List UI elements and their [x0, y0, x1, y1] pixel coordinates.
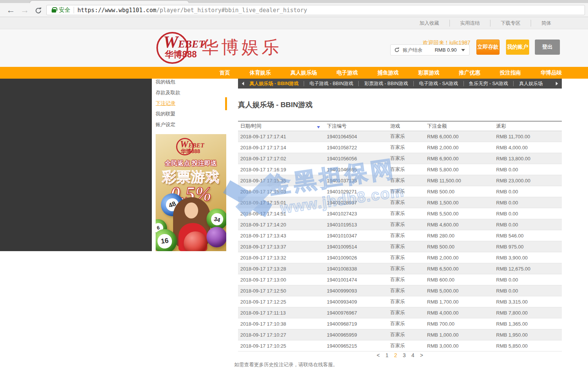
- nav-item[interactable]: 首页: [219, 70, 230, 76]
- bet-history-table: 日期/时间 下注编号 游戏 下注金额 派彩 2018-09-17 17:17:4…: [238, 121, 562, 351]
- nav-item[interactable]: 推广优惠: [459, 70, 480, 76]
- lock-icon: [52, 9, 56, 13]
- cell-payout: RMB 1,365.00: [494, 321, 562, 327]
- subnav-tab[interactable]: 电子游戏 - SA游戏: [413, 81, 463, 86]
- page-gutter: [0, 79, 152, 251]
- cell-payout: RMB 12,675.00: [494, 266, 562, 272]
- cell-payout: RMB 0.00: [494, 288, 562, 294]
- table-row: 2018-09-17 17:10:38 19400968719 百家乐 RMB …: [238, 318, 562, 329]
- nav-item[interactable]: 电子游戏: [337, 70, 358, 76]
- banner-logo-brand: WEBET: [180, 139, 204, 149]
- address-bar[interactable]: 安全 https://www.wbg1101.com/player/bet_hi…: [46, 5, 585, 15]
- page-number[interactable]: 1: [385, 352, 388, 358]
- cell-bet-no: 19401037135: [325, 178, 388, 184]
- cell-amount: RMB 6,000.00: [425, 134, 494, 139]
- subnav-scroll-right-icon[interactable]: [556, 82, 558, 85]
- sidebar-item[interactable]: 我的钱包: [156, 77, 226, 87]
- sidebar-item[interactable]: 存款及取款: [156, 87, 226, 98]
- cell-amount: RMB 700.00: [425, 321, 494, 327]
- back-icon[interactable]: ←: [5, 4, 16, 16]
- cell-game: 百家乐: [388, 309, 425, 316]
- cell-amount: RMB 280.00: [425, 233, 494, 239]
- cell-bet-no: 19400976967: [325, 310, 388, 316]
- table-row: 2018-09-17 17:13:37 19401009514 百家乐 RMB …: [238, 241, 562, 252]
- subnav-tab[interactable]: 鱼乐无穷 - SA游戏: [463, 81, 514, 86]
- cell-payout: RMB 11,700.00: [494, 134, 562, 139]
- reload-icon[interactable]: [33, 6, 44, 17]
- table-row: 2018-09-17 17:16:19 19401046695 百家乐 RMB …: [238, 164, 562, 175]
- refresh-balance-icon[interactable]: [394, 47, 400, 53]
- page-number[interactable]: 3: [403, 352, 406, 358]
- subnav-tab[interactable]: 彩票游戏 - BBIN游戏: [358, 81, 413, 86]
- cell-payout: RMB 23,000.00: [494, 178, 562, 184]
- page-prev[interactable]: <: [377, 352, 380, 358]
- balance-dropdown[interactable]: 账户结余 RMB 0.90: [390, 44, 470, 55]
- forward-icon[interactable]: →: [19, 4, 30, 16]
- utility-link[interactable]: 实用连结: [449, 20, 490, 27]
- balance-label: 账户结余: [403, 47, 422, 54]
- site-logo[interactable]: WEBET 华博888 华博娱乐: [155, 30, 280, 66]
- utility-link[interactable]: 下载专区: [490, 20, 531, 27]
- cell-amount: RMB 2,000.00: [425, 255, 494, 261]
- page-title: 真人娱乐场 - BBIN游戏: [238, 100, 312, 110]
- table-body: 2018-09-17 17:17:41 19401064504 百家乐 RMB …: [238, 131, 562, 351]
- ball-number: 34: [210, 212, 224, 226]
- sidebar-item[interactable]: 我的联盟: [156, 109, 226, 119]
- nav-item[interactable]: 彩票游戏: [418, 70, 440, 76]
- nav-item[interactable]: 华博品味: [541, 70, 562, 76]
- subnav-tab[interactable]: 真人娱乐场: [513, 81, 545, 86]
- site-name: 华博娱乐: [201, 36, 282, 59]
- browser-toolbar: ← → 安全 https://www.wbg1101.com/player/be…: [0, 3, 588, 17]
- main-nav-items: 首页体育娱乐真人娱乐场电子游戏捕鱼游戏彩票游戏推广优惠投注指南华博品味: [219, 67, 562, 79]
- table-row: 2018-09-17 17:11:13 19400976967 百家乐 RMB …: [238, 307, 562, 318]
- nav-item[interactable]: 体育娱乐: [250, 70, 271, 76]
- page-number[interactable]: 4: [411, 352, 415, 358]
- table-row: 2018-09-17 17:12:25 19400993409 百家乐 RMB …: [238, 296, 562, 307]
- utility-link[interactable]: 加入收藏: [409, 20, 449, 27]
- cell-bet-no: 19401064504: [325, 134, 388, 139]
- subnav-tabs: 真人娱乐场 - BBIN游戏电子游戏 - BBIN游戏彩票游戏 - BBIN游戏…: [244, 81, 545, 86]
- my-account-button[interactable]: 我的账户: [506, 40, 529, 55]
- subnav-tab[interactable]: 电子游戏 - BBIN游戏: [304, 81, 358, 86]
- chevron-down-icon[interactable]: [461, 49, 465, 51]
- cell-game: 百家乐: [388, 320, 425, 327]
- cell-bet-no: 19401009026: [325, 255, 388, 261]
- table-row: 2018-09-17 17:13:28 19401008338 百家乐 RMB …: [238, 263, 562, 274]
- cell-game: 百家乐: [388, 287, 425, 294]
- utility-link[interactable]: 简体: [531, 20, 561, 27]
- table-row: 2018-09-17 17:15:01 19401028937 百家乐 RMB …: [238, 197, 562, 208]
- promo-banner[interactable]: WEBET 华博888 全民返点 投注即送 彩票游戏 0.5% 48 34 6 …: [156, 134, 226, 251]
- url-path: /player/bet_history#bbin_live_dealer_his…: [156, 7, 307, 14]
- logout-button[interactable]: 登出: [535, 40, 560, 55]
- sidebar-item[interactable]: 下注记录: [156, 98, 226, 109]
- cell-bet-no: 19401028937: [325, 200, 388, 206]
- cell-amount: RMB 1,000.00: [425, 332, 494, 338]
- nav-item[interactable]: 真人娱乐场: [290, 70, 317, 76]
- cell-bet-no: 19401001474: [325, 277, 388, 283]
- cell-game: 百家乐: [388, 210, 425, 217]
- table-row: 2018-09-17 17:12:50 19400999093 百家乐 RMB …: [238, 285, 562, 296]
- deposit-button[interactable]: 立即存款: [476, 40, 500, 55]
- cell-amount: RMB 5,800.00: [425, 167, 494, 172]
- table-row: 2018-09-17 17:14:20 19401019513 百家乐 RMB …: [238, 219, 562, 230]
- nav-item[interactable]: 投注指南: [500, 70, 521, 76]
- cell-game: 百家乐: [388, 298, 425, 305]
- page-number[interactable]: 2: [394, 352, 397, 358]
- cell-date: 2018-09-17 17:14:51: [238, 211, 325, 217]
- balance-value: RMB 0.90: [435, 47, 457, 53]
- subnav-tab[interactable]: 真人娱乐场 - BBIN游戏: [244, 81, 304, 86]
- cell-payout: RMB 0.00: [494, 277, 562, 283]
- cell-payout: RMB 975.00: [494, 244, 562, 250]
- cell-amount: RMB 600.00: [425, 277, 494, 283]
- nav-item[interactable]: 捕鱼游戏: [377, 70, 399, 76]
- cell-amount: RMB 500.00: [425, 244, 494, 250]
- page-next[interactable]: >: [420, 352, 423, 358]
- table-row: 2018-09-17 17:10:27 19400965959 百家乐 RMB …: [238, 329, 562, 340]
- sort-desc-icon[interactable]: [317, 126, 320, 128]
- cell-bet-no: 19401027423: [325, 211, 388, 217]
- table-row: 2018-09-17 17:13:00 19401001474 百家乐 RMB …: [238, 274, 562, 285]
- cell-payout: RMB 0.00: [494, 167, 562, 172]
- table-row: 2018-09-17 17:17:02 19401056056 百家乐 RMB …: [238, 153, 562, 164]
- cell-game: 百家乐: [388, 155, 425, 162]
- sidebar-item[interactable]: 账户设定: [156, 119, 226, 130]
